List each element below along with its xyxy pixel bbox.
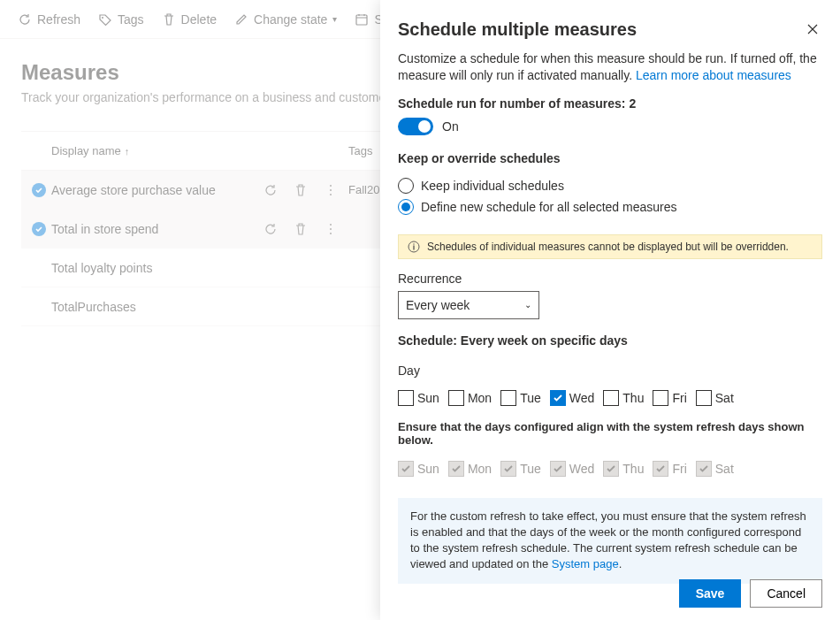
chevron-down-icon: ▾ xyxy=(332,14,337,24)
svg-point-6 xyxy=(330,228,332,230)
trash-icon[interactable] xyxy=(294,183,308,197)
svg-point-4 xyxy=(330,194,332,195)
schedule-heading: Schedule: Every week on specific days xyxy=(398,333,822,348)
chevron-down-icon: ⌄ xyxy=(524,300,531,310)
recurrence-label: Recurrence xyxy=(398,272,822,286)
refresh-icon[interactable] xyxy=(263,222,278,236)
trash-icon[interactable] xyxy=(294,222,308,236)
count-label: Schedule run for number of measures: 2 xyxy=(398,96,822,111)
trash-icon xyxy=(162,12,176,27)
save-button[interactable]: Save xyxy=(679,579,742,608)
system-refresh-days: SunMonTueWedThuFriSat xyxy=(398,461,822,477)
override-info-bar: Schedules of individual measures cannot … xyxy=(398,234,822,259)
row-name: Total loyalty points xyxy=(51,261,263,275)
day-wed[interactable]: Wed xyxy=(550,390,595,406)
align-heading: Ensure that the days configured align wi… xyxy=(398,420,822,447)
cancel-button[interactable]: Cancel xyxy=(750,579,822,608)
panel-desc: Customize a schedule for when this measu… xyxy=(398,50,822,84)
day-sat[interactable]: Sat xyxy=(696,390,734,406)
day-tue[interactable]: Tue xyxy=(500,390,541,406)
close-icon xyxy=(806,23,819,35)
svg-point-3 xyxy=(330,189,332,191)
info-icon xyxy=(408,241,420,253)
radio-define-new[interactable]: Define new schedule for all selected mea… xyxy=(398,199,822,215)
day-tue: Tue xyxy=(500,461,541,477)
column-display-name[interactable]: Display name xyxy=(51,144,263,157)
radio-keep-individual[interactable]: Keep individual schedules xyxy=(398,178,822,194)
day-mon: Mon xyxy=(448,461,492,477)
refresh-button[interactable]: Refresh xyxy=(11,9,88,30)
row-name: TotalPurchases xyxy=(51,300,263,314)
sort-asc-icon xyxy=(125,144,130,157)
svg-point-7 xyxy=(330,233,332,234)
toggle-label: On xyxy=(442,119,459,134)
pencil-icon xyxy=(234,12,248,27)
day-picker: SunMonTueWedThuFriSat xyxy=(398,390,822,406)
day-fri: Fri xyxy=(653,461,686,477)
row-name: Average store purchase value xyxy=(51,183,263,197)
refresh-icon xyxy=(18,12,32,27)
delete-label: Delete xyxy=(181,12,217,27)
calendar-icon xyxy=(355,12,369,27)
row-checkbox[interactable] xyxy=(27,183,51,197)
close-button[interactable] xyxy=(803,19,822,42)
day-thu[interactable]: Thu xyxy=(603,390,644,406)
svg-point-0 xyxy=(102,17,103,19)
system-refresh-note: For the custom refresh to take effect, y… xyxy=(398,498,822,584)
delete-button[interactable]: Delete xyxy=(155,9,224,30)
svg-point-2 xyxy=(330,185,332,187)
learn-more-link[interactable]: Learn more about measures xyxy=(636,68,791,82)
day-wed: Wed xyxy=(550,461,595,477)
tags-button[interactable]: Tags xyxy=(91,9,151,30)
schedule-panel: Schedule multiple measures Customize a s… xyxy=(380,0,840,620)
tags-label: Tags xyxy=(118,12,144,27)
keep-override-heading: Keep or override schedules xyxy=(398,151,822,165)
panel-title: Schedule multiple measures xyxy=(398,19,637,40)
schedule-toggle[interactable] xyxy=(398,118,433,135)
svg-rect-1 xyxy=(356,15,367,25)
day-sat: Sat xyxy=(696,461,734,477)
row-tag: Fall20 xyxy=(348,183,379,196)
tag-icon xyxy=(98,12,112,27)
more-icon[interactable] xyxy=(324,183,338,197)
day-fri[interactable]: Fri xyxy=(653,390,686,406)
panel-footer: Save Cancel xyxy=(679,579,822,608)
change-state-label: Change state xyxy=(254,12,327,27)
day-sun[interactable]: Sun xyxy=(398,390,439,406)
recurrence-select[interactable]: Every week ⌄ xyxy=(398,291,539,319)
day-sun: Sun xyxy=(398,461,439,477)
system-page-link[interactable]: System page xyxy=(552,557,619,570)
more-icon[interactable] xyxy=(324,222,338,236)
day-thu: Thu xyxy=(603,461,644,477)
row-name: Total in store spend xyxy=(51,222,263,236)
day-mon[interactable]: Mon xyxy=(448,390,492,406)
refresh-icon[interactable] xyxy=(263,183,278,197)
refresh-label: Refresh xyxy=(37,12,80,27)
row-checkbox[interactable] xyxy=(27,222,51,236)
svg-point-5 xyxy=(330,224,332,226)
change-state-button[interactable]: Change state ▾ xyxy=(227,9,344,30)
day-label: Day xyxy=(398,364,822,378)
